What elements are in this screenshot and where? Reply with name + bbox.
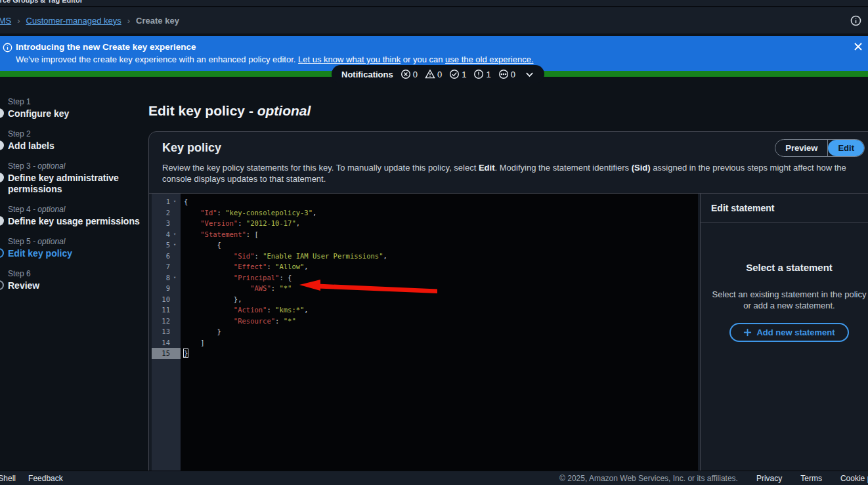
notification-count: 1 — [486, 70, 490, 79]
step-title: Edit key policy — [8, 248, 142, 259]
preview-toggle-button[interactable]: Preview — [775, 140, 827, 156]
gutter-line-15: 15 — [152, 348, 181, 359]
page-title: Edit key policy - optional — [148, 103, 311, 119]
progress-circle-icon — [498, 69, 509, 79]
footer-link-privacy[interactable]: Privacy — [756, 474, 782, 483]
fold-spacer — [170, 316, 179, 327]
key-policy-header: Key policy Preview Edit Review the key p… — [149, 132, 868, 194]
banner-feedback-link[interactable]: Let us know what you think — [298, 54, 401, 64]
policy-code-editor[interactable]: 1▾234▾5▾678▾9101112131415 { "Id": "key-c… — [152, 194, 698, 485]
success-circle-counter[interactable]: 1 — [449, 69, 466, 79]
code-line-4[interactable]: "Statement": [ — [184, 229, 698, 240]
key-policy-title: Key policy — [162, 141, 221, 155]
sidebar-step-add-labels[interactable]: Step 2Add labels — [8, 129, 142, 152]
edit-statement-header: Edit statement — [701, 194, 868, 222]
banner-message-text: We've improved the create key experience… — [16, 54, 298, 64]
notifications-pill[interactable]: Notifications 00110 — [332, 65, 544, 83]
step-label: Step 4 - optional — [8, 205, 142, 214]
fold-spacer — [170, 207, 179, 219]
code-line-8[interactable]: "Principal": { — [184, 272, 698, 284]
success-circle-icon — [449, 69, 460, 79]
key-policy-panel: Key policy Preview Edit Review the key p… — [148, 131, 868, 485]
code-line-6[interactable]: "Sid": "Enable IAM User Permissions", — [184, 251, 698, 262]
code-line-7[interactable]: "Effect": "Allow", — [184, 261, 698, 272]
code-line-14[interactable]: ] — [184, 337, 698, 348]
editor-line-gutter: 1▾234▾5▾678▾9101112131415 — [152, 194, 181, 485]
gutter-line-14: 14 — [152, 337, 181, 348]
info-circle-icon — [473, 69, 484, 79]
step-title: Define key administrative permissions — [8, 173, 142, 195]
cloudshell-button[interactable]: CloudShell — [0, 474, 16, 483]
editor-code-area[interactable]: { "Id": "key-consolepolicy-3", "Version"… — [181, 194, 698, 485]
step-bullet-icon — [0, 108, 4, 118]
edit-statement-panel: Edit statement Select a statement Select… — [700, 194, 868, 485]
description-bold-sid: (Sid) — [632, 163, 651, 173]
notifications-counters: 00110 — [401, 69, 515, 79]
step-label: Step 5 - optional — [8, 237, 142, 246]
breadcrumb-separator: › — [17, 16, 20, 26]
footer-link-cookie-preferences[interactable]: Cookie preferences — [840, 474, 868, 483]
step-bullet-icon — [0, 280, 4, 290]
progress-circle-counter[interactable]: 0 — [498, 69, 515, 79]
info-circle-counter[interactable]: 1 — [473, 69, 490, 79]
code-line-2[interactable]: "Id": "key-consolepolicy-3", — [184, 207, 698, 219]
breadcrumb: KMS › Customer-managed keys › Create key — [0, 7, 868, 33]
code-line-11[interactable]: "Action": "kms:*", — [184, 305, 698, 316]
feedback-button[interactable]: Feedback — [28, 474, 63, 483]
info-circle-icon[interactable] — [850, 15, 861, 26]
fold-spacer — [170, 326, 179, 337]
code-line-5[interactable]: { — [184, 240, 698, 251]
close-icon[interactable] — [852, 41, 864, 53]
description-text: . Modifying the statement identifiers — [495, 163, 632, 173]
fold-caret-icon[interactable]: ▾ — [170, 229, 179, 240]
footer-legal: © 2025, Amazon Web Services, Inc. or its… — [559, 474, 868, 483]
sidebar-step-review[interactable]: Step 6Review — [8, 269, 142, 291]
sidebar-step-define-key-usage-permissions[interactable]: Step 4 - optionalDefine key usage permis… — [8, 205, 142, 227]
sidebar-step-define-key-administrative-permissions[interactable]: Step 3 - optionalDefine key administrati… — [8, 161, 142, 195]
gutter-line-3: 3 — [152, 218, 181, 229]
breadcrumb-link-kms[interactable]: KMS — [0, 16, 11, 26]
code-line-1[interactable]: { — [184, 196, 698, 207]
code-line-12[interactable]: "Resource": "*" — [184, 316, 698, 327]
fold-caret-icon[interactable]: ▾ — [170, 240, 179, 251]
code-line-3[interactable]: "Version": "2012-10-17", — [184, 218, 698, 229]
code-line-15[interactable]: } — [184, 348, 698, 359]
fold-spacer — [170, 294, 179, 305]
statement-empty-state: Select a statement Select an existing st… — [701, 222, 868, 342]
fold-caret-icon[interactable]: ▾ — [170, 272, 179, 284]
edit-toggle-button[interactable]: Edit — [828, 140, 864, 156]
gutter-line-7: 7 — [152, 261, 181, 272]
step-bullet-icon — [0, 173, 4, 182]
notification-count: 0 — [511, 70, 515, 79]
code-line-13[interactable]: } — [184, 326, 698, 337]
step-title: Configure key — [8, 108, 142, 119]
warning-triangle-icon — [425, 69, 435, 79]
key-policy-description: Review the key policy statements for thi… — [162, 162, 853, 184]
code-line-9[interactable]: "AWS": "*" — [184, 283, 698, 294]
banner-message-text: or you can — [401, 54, 445, 64]
step-title: Review — [8, 280, 142, 291]
sidebar-step-edit-key-policy[interactable]: Step 5 - optionalEdit key policy — [8, 237, 142, 259]
gutter-line-9: 9 — [152, 283, 181, 294]
step-label: Step 6 — [8, 269, 142, 278]
gutter-line-13: 13 — [152, 326, 181, 337]
banner-old-experience-link[interactable]: use the old experience. — [445, 54, 533, 64]
step-label: Step 1 — [8, 97, 142, 106]
warning-triangle-counter[interactable]: 0 — [425, 69, 442, 79]
fold-caret-icon[interactable]: ▾ — [170, 196, 179, 207]
error-circle-counter[interactable]: 0 — [401, 69, 418, 79]
breadcrumb-link-customer-managed-keys[interactable]: Customer-managed keys — [26, 16, 121, 26]
info-circle-icon — [3, 43, 12, 53]
step-title: Define key usage permissions — [8, 216, 142, 227]
notification-count: 0 — [437, 70, 442, 79]
error-circle-icon — [401, 69, 411, 79]
notification-count: 1 — [462, 70, 466, 79]
code-line-10[interactable]: }, — [184, 294, 698, 305]
fold-spacer — [170, 218, 179, 229]
add-new-statement-button[interactable]: Add new statement — [729, 323, 848, 342]
footer: CloudShell Feedback © 2025, Amazon Web S… — [0, 471, 868, 485]
sidebar-step-configure-key[interactable]: Step 1Configure key — [8, 97, 142, 119]
footer-link-terms[interactable]: Terms — [800, 474, 822, 483]
description-text: Review the key policy statements for thi… — [162, 163, 479, 173]
chevron-down-icon[interactable] — [525, 70, 534, 79]
